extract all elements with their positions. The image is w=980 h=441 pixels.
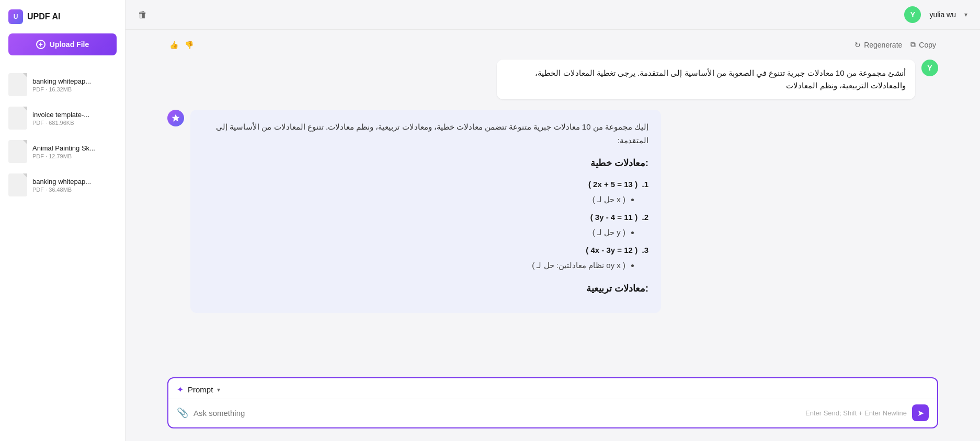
input-box: ✦ Prompt ▾ 📎 Enter Send; Shift + Enter N…: [167, 377, 938, 428]
ai-message-container: 👍 👎 ↻ Regenerate ⧉ Copy: [167, 40, 938, 49]
topbar-right: Y yulia wu ▾: [904, 6, 967, 23]
file-info: banking whitepap... PDF · 36.48MB: [32, 178, 117, 193]
file-icon: [8, 140, 27, 163]
equation-2: 2. ( 3y - 4 = 11 ) ( y حل لـ ): [203, 211, 648, 239]
eq-sub-item-3: ( oy x نظام معادلتين: حل لـ ): [215, 259, 625, 272]
app-name: UPDF AI: [27, 12, 60, 21]
section1-title: :معادلات خطية: [203, 155, 648, 171]
input-top: ✦ Prompt ▾: [168, 378, 937, 399]
regenerate-button[interactable]: ↻ Regenerate: [854, 41, 902, 49]
file-list: banking whitepap... PDF · 16.32MB invoic…: [0, 64, 125, 441]
input-area: ✦ Prompt ▾ 📎 Enter Send; Shift + Enter N…: [126, 369, 980, 441]
eq-item-3: 3. ( 4x - 3y = 12 ): [203, 243, 648, 257]
app-logo: U: [8, 9, 23, 24]
file-item[interactable]: invoice template-... PDF · 681.96KB: [0, 101, 125, 135]
prompt-chevron-icon[interactable]: ▾: [217, 386, 220, 393]
file-meta: PDF · 16.32MB: [32, 86, 117, 92]
delete-icon[interactable]: 🗑: [138, 9, 147, 20]
sidebar: U UPDF AI + Upload File banking whitepap…: [0, 0, 126, 441]
user-avatar: Y: [904, 6, 921, 23]
eq-sub-1: ( x حل لـ ): [215, 193, 636, 206]
file-meta: PDF · 36.48MB: [32, 187, 117, 193]
file-item[interactable]: banking whitepap... PDF · 16.32MB: [0, 68, 125, 101]
main-area: 🗑 Y yulia wu ▾ 👍 👎 ↻ Regenerate: [126, 0, 980, 441]
attach-icon[interactable]: 📎: [177, 407, 188, 419]
prompt-label: Prompt: [188, 385, 213, 394]
thumbs-up-button[interactable]: 👍: [169, 41, 178, 49]
file-item[interactable]: banking whitepap... PDF · 36.48MB: [0, 168, 125, 202]
user-message: أنشئ مجموعة من 10 معادلات جبرية تتنوع في…: [167, 60, 938, 99]
file-name: Animal Painting Sk...: [32, 144, 117, 152]
equation-1: 1. ( 2x + 5 = 13 ) ( x حل لـ ): [203, 178, 648, 206]
file-info: Animal Painting Sk... PDF · 12.79MB: [32, 144, 117, 159]
equation-3: 3. ( 4x - 3y = 12 ) ( oy x نظام معادلتين…: [203, 243, 648, 272]
eq-item-2: 2. ( 3y - 4 = 11 ): [203, 211, 648, 224]
user-bubble: أنشئ مجموعة من 10 معادلات جبرية تتنوع في…: [497, 60, 915, 99]
ai-avatar: [167, 110, 184, 126]
file-name: invoice template-...: [32, 111, 117, 119]
file-name: banking whitepap...: [32, 77, 117, 85]
chat-area: 👍 👎 ↻ Regenerate ⧉ Copy أنشئ مج: [126, 30, 980, 369]
file-icon: [8, 173, 27, 196]
send-button[interactable]: ➤: [912, 404, 929, 421]
section2-title: :معادلات تربيعية: [203, 281, 648, 297]
message-toolbar: 👍 👎 ↻ Regenerate ⧉ Copy: [167, 40, 938, 49]
sparkle-icon: ✦: [177, 385, 184, 394]
copy-icon: ⧉: [910, 40, 916, 49]
input-bottom: 📎 Enter Send; Shift + Enter Newline ➤: [168, 399, 937, 427]
topbar: 🗑 Y yulia wu ▾: [126, 0, 980, 30]
ai-bubble: إليك مجموعة من 10 معادلات جبرية متنوعة ت…: [190, 110, 661, 313]
copy-button[interactable]: ⧉ Copy: [910, 40, 936, 49]
chevron-down-icon[interactable]: ▾: [964, 11, 967, 18]
logo-text: U: [14, 13, 18, 20]
ai-intro: إليك مجموعة من 10 معادلات جبرية متنوعة ت…: [203, 120, 648, 147]
file-info: invoice template-... PDF · 681.96KB: [32, 111, 117, 126]
input-hint: Enter Send; Shift + Enter Newline: [805, 409, 907, 417]
eq-sub-item-1: ( x حل لـ ): [215, 193, 625, 206]
thumbs-down-button[interactable]: 👎: [185, 41, 193, 49]
user-name: yulia wu: [929, 10, 956, 19]
eq-sub-item-2: ( y حل لـ ): [215, 226, 625, 239]
regenerate-icon: ↻: [854, 41, 861, 49]
ai-message: إليك مجموعة من 10 معادلات جبرية متنوعة ت…: [167, 110, 938, 313]
file-name: banking whitepap...: [32, 178, 117, 185]
file-meta: PDF · 681.96KB: [32, 120, 117, 126]
file-item[interactable]: Animal Painting Sk... PDF · 12.79MB: [0, 135, 125, 168]
eq-sub-2: ( y حل لـ ): [215, 226, 636, 239]
send-icon: ➤: [917, 408, 924, 418]
file-icon: [8, 73, 27, 96]
chat-input[interactable]: [193, 409, 800, 417]
toolbar-right: ↻ Regenerate ⧉ Copy: [854, 40, 936, 49]
eq-sub-3: ( oy x نظام معادلتين: حل لـ ): [215, 259, 636, 272]
upload-label: Upload File: [50, 40, 89, 49]
app-header: U UPDF AI: [0, 0, 125, 33]
user-message-text: أنشئ مجموعة من 10 معادلات جبرية تتنوع في…: [535, 68, 906, 90]
topbar-left: 🗑: [138, 9, 147, 20]
file-meta: PDF · 12.79MB: [32, 153, 117, 159]
toolbar-left: 👍 👎: [169, 41, 193, 49]
regenerate-label: Regenerate: [864, 41, 902, 49]
file-info: banking whitepap... PDF · 16.32MB: [32, 77, 117, 92]
eq-item-1: 1. ( 2x + 5 = 13 ): [203, 178, 648, 191]
upload-button[interactable]: + Upload File: [8, 33, 117, 55]
plus-circle-icon: +: [36, 40, 45, 49]
copy-label: Copy: [919, 41, 936, 49]
user-avatar-small: Y: [921, 60, 938, 76]
file-icon: [8, 107, 27, 130]
